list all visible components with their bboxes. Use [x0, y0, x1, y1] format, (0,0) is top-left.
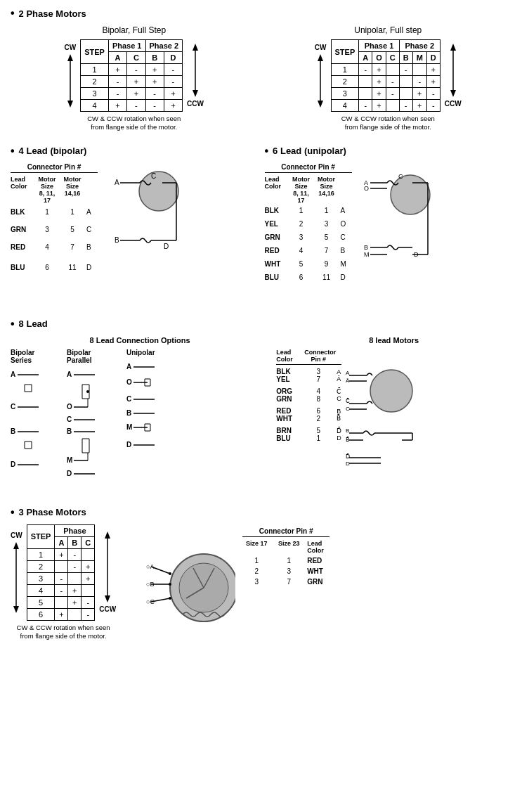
- svg-point-12: [139, 172, 178, 211]
- svg-text:M: M: [67, 456, 72, 464]
- bipolar-parallel-diagram: A O C B: [67, 367, 116, 494]
- three-cw-arrow: [11, 541, 21, 614]
- uni-ccw-label: CCW: [445, 100, 462, 108]
- six-lead-rows: BLK 1 1 A YEL 2 3 O GRN: [265, 207, 352, 281]
- bipolar-table: STEP Phase 1 Phase 2 A C B D 1+-+-: [80, 39, 183, 112]
- three-cw-col: CW: [11, 530, 22, 614]
- svg-marker-2: [67, 54, 73, 61]
- six-lead-section: • 6 Lead (unipolar) Connector Pin # Lead…: [265, 145, 512, 297]
- unipolar-diagram: A O C B M: [126, 359, 165, 486]
- six-lead-title: • 6 Lead (unipolar): [265, 145, 512, 157]
- svg-text:A: A: [126, 363, 131, 370]
- ccw-arrow-col: CCW: [187, 42, 204, 109]
- unipolar-caption: CW & CCW rotation when seenfrom flange s…: [265, 115, 512, 132]
- svg-text:C: C: [151, 172, 156, 180]
- bipolar-series-diagram: A C B D: [11, 367, 56, 494]
- svg-text:○B: ○B: [146, 581, 154, 588]
- svg-point-130: [169, 572, 171, 575]
- svg-text:O: O: [126, 378, 132, 386]
- bipolar-parallel-col: BipolarParallel A O C: [67, 349, 119, 495]
- eight-lead-motors: 8 lead Motors LeadColor ConnectorPin # B…: [276, 336, 511, 495]
- uni-ccw-arrow: [448, 42, 458, 98]
- three-phase-motor-diagram: ○A ○B ○C: [144, 531, 235, 631]
- svg-text:○A: ○A: [146, 563, 154, 570]
- three-ccw-col: CCW: [99, 530, 116, 614]
- svg-point-132: [169, 583, 171, 586]
- bipolar-caption: CW & CCW rotation when seenfrom flange s…: [11, 115, 258, 132]
- three-phase-table: STEP Phase A B C 1+- 2-+ 3-+ 4-+: [27, 524, 96, 621]
- uni-cw-arrow: [315, 53, 325, 109]
- unipolar-table: STEP Phase 1 Phase 2 A O C B M D: [331, 39, 441, 112]
- svg-text:C: C: [67, 415, 72, 423]
- svg-marker-8: [318, 54, 323, 61]
- svg-text:D: D: [11, 460, 15, 468]
- section-two-phase: • 2 Phase Motors Bipolar, Full Step CW: [11, 7, 511, 640]
- three-phase-left: CW STEP Phase A: [11, 524, 116, 641]
- svg-text:M: M: [126, 423, 132, 431]
- section-title-two-phase: • 2 Phase Motors: [11, 7, 511, 20]
- three-phase-title: • 3 Phase Motors: [11, 506, 511, 519]
- four-lead-row-grn: GRN 3 5 C: [11, 226, 98, 233]
- svg-point-23: [391, 175, 430, 214]
- eight-lead-left-title: 8 Lead Connection Options: [11, 336, 269, 344]
- svg-marker-119: [13, 606, 19, 613]
- three-phase-section: CW STEP Phase A: [11, 524, 511, 641]
- cw-label: CW: [65, 44, 77, 51]
- four-lead-row-red: RED 4 7 B: [11, 243, 98, 251]
- svg-marker-122: [105, 531, 110, 539]
- svg-text:D: D: [126, 441, 131, 449]
- svg-text:A: A: [11, 370, 15, 378]
- unipolar-subtitle: Unipolar, Full step: [265, 25, 512, 35]
- svg-text:A: A: [67, 370, 72, 378]
- svg-text:○C: ○C: [146, 598, 155, 605]
- four-lead-connector-header: Connector Pin #: [11, 163, 98, 173]
- ccw-arrow: [190, 42, 200, 98]
- svg-text:A: A: [346, 370, 350, 376]
- three-ccw-arrow: [103, 530, 112, 604]
- four-lead-title: • 4 Lead (bipolar): [11, 145, 258, 157]
- svg-text:O: O: [364, 185, 369, 192]
- uni-ccw-arrow-col: CCW: [445, 42, 462, 109]
- ccw-label: CCW: [187, 100, 204, 108]
- six-lead-connector-header: Connector Pin #: [265, 163, 352, 173]
- cw-arrow: [65, 53, 75, 109]
- svg-point-134: [169, 597, 171, 600]
- four-lead-winding-svg: A B C D: [106, 163, 183, 283]
- three-phase-caption: CW & CCW rotation when seenfrom flange s…: [11, 624, 116, 641]
- svg-marker-120: [13, 542, 19, 549]
- eight-lead-winding-svg: A Ā C̄ C B B̄ D̄ D: [346, 349, 416, 489]
- svg-text:B: B: [364, 244, 368, 251]
- four-lead-section: • 4 Lead (bipolar) Connector Pin # LeadC…: [11, 145, 258, 297]
- svg-text:B: B: [11, 427, 15, 435]
- svg-text:D: D: [164, 243, 169, 250]
- bipolar-series-col: BipolarSeries A C B: [11, 349, 60, 495]
- svg-text:D: D: [346, 460, 350, 467]
- bipolar-subtitle: Bipolar, Full Step: [11, 25, 258, 35]
- svg-text:C: C: [346, 406, 350, 412]
- four-lead-row-blk: BLK 1 1 A: [11, 208, 98, 216]
- svg-marker-5: [193, 90, 198, 97]
- svg-text:B: B: [67, 427, 72, 435]
- svg-text:D̄: D̄: [346, 453, 350, 460]
- svg-text:C̄: C̄: [346, 398, 350, 404]
- svg-text:M: M: [364, 251, 370, 258]
- svg-text:C: C: [126, 395, 131, 403]
- eight-lead-connections: 8 Lead Connection Options BipolarSeries …: [11, 336, 269, 495]
- three-phase-connector-table: Connector Pin # Size 17 Size 23 LeadColo…: [242, 527, 329, 588]
- svg-text:C: C: [11, 403, 15, 411]
- unipolar-full-step: Unipolar, Full step CW STEP Phase 1: [265, 25, 512, 132]
- svg-text:Ā: Ā: [346, 378, 350, 384]
- svg-text:C: C: [398, 173, 403, 180]
- eight-motor-rows: BLKYEL 37 AĀ ORGGRN 48 C̄C REDWHT 62: [276, 368, 341, 442]
- svg-text:D: D: [67, 470, 72, 477]
- uni-cw-label: CW: [315, 44, 327, 51]
- eight-lead-right-title: 8 lead Motors: [276, 336, 511, 344]
- svg-text:B: B: [126, 409, 131, 417]
- svg-marker-11: [450, 90, 456, 97]
- svg-text:B̄: B̄: [346, 437, 349, 443]
- svg-point-56: [86, 390, 89, 393]
- three-phase-right: ○A ○B ○C Connector Pin # Size 17 Size 23…: [144, 524, 511, 641]
- three-phase-conn-rows: 1 1 RED 2 3 WHT 3 7 GRN: [242, 557, 329, 586]
- svg-marker-10: [450, 44, 456, 51]
- three-ccw-label: CCW: [99, 605, 116, 613]
